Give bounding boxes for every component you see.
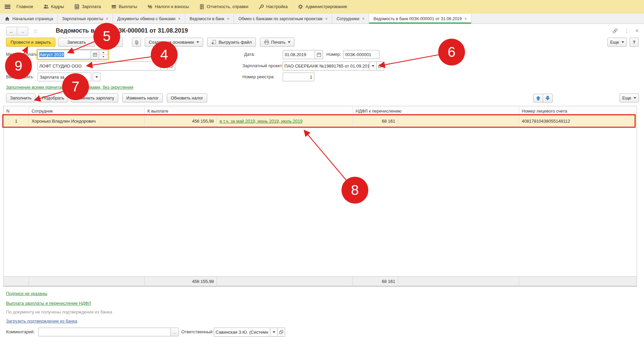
payment-settings-link[interactable]: Выплата зарплаты и перечисление НДФЛ [6, 301, 91, 306]
chevron-down-icon[interactable] [270, 328, 278, 337]
tab-home[interactable]: Начальная страница [0, 14, 58, 24]
load-confirmation-link[interactable]: Загрузить подтверждение из банка [6, 319, 77, 324]
annotation-circle-6: 6 [438, 39, 465, 66]
comment-more-button[interactable]: ... [170, 328, 179, 336]
menu-item-label: Главное [16, 4, 33, 9]
responsible-field[interactable]: Савинская З.Ю. (Системн [214, 328, 285, 337]
menu-item-nastroyka[interactable]: Настройка [259, 4, 288, 9]
export-file-button[interactable]: Выгрузить файл [207, 38, 256, 47]
organization-value: ЛОФТ СТУДИО ООО [39, 64, 82, 69]
pay-out-dropdown[interactable] [93, 73, 100, 81]
tab-label: Ведомости в банк [190, 16, 225, 21]
spinner-up-icon[interactable] [102, 52, 104, 53]
tab-vedomosti-v-bank[interactable]: Ведомости в банк × [185, 14, 234, 24]
col-header-employee[interactable]: Сотрудник [29, 106, 145, 116]
close-icon[interactable]: × [362, 16, 364, 21]
calculator-icon [74, 4, 80, 9]
close-icon[interactable]: × [227, 16, 229, 21]
menu-item-label: Настройка [266, 4, 288, 9]
help-button[interactable]: ? [630, 38, 639, 47]
cell-ndfl: 68 161 [353, 116, 398, 126]
tab-strip: Начальная страница Зарплатные проекты × … [0, 14, 644, 24]
table-row[interactable]: 1 Хоронько Владлен Исидорович 456 155,98… [4, 116, 637, 126]
registry-number-value: 1 [310, 75, 312, 80]
annotation-circle-9: 9 [5, 52, 32, 79]
more-menu-icon[interactable]: ⋮ [624, 28, 629, 34]
close-form-icon[interactable]: × [635, 28, 639, 34]
col-header-to-pay[interactable]: К выплате [145, 106, 353, 116]
open-icon[interactable] [377, 61, 384, 71]
col-header-account[interactable]: Номер лицевого счета [519, 106, 637, 116]
menu-item-zarplata[interactable]: Зарплата [74, 4, 101, 9]
post-and-close-button[interactable]: Провести и закрыть [6, 38, 55, 47]
menu-icon[interactable] [5, 4, 10, 9]
toolbar-right: Еще ? [607, 38, 639, 47]
update-tax-button[interactable]: Обновить налог [167, 93, 208, 102]
number-field[interactable]: 00ЗК-000001 [343, 50, 379, 59]
cell-months: в т.ч. за май 2019, июнь 2019, июль 2019 [217, 116, 353, 126]
responsible-value: Савинская З.Ю. (Системн [216, 330, 268, 335]
months-breakdown-link[interactable]: в т.ч. за май 2019, июнь 2019, июль 2019 [220, 119, 303, 124]
close-icon[interactable]: × [178, 16, 181, 21]
spinner-down-icon[interactable] [102, 56, 104, 57]
registry-number-field[interactable]: 1 [283, 73, 314, 81]
fill-button[interactable]: Заполнить [6, 93, 36, 102]
tab-dokumenty-obmena[interactable]: Документы обмена с банками × [113, 14, 185, 24]
tab-vedomost-document[interactable]: Ведомость в банк 00ЗК-000001 от 31.08.20… [369, 14, 471, 24]
comment-input[interactable] [38, 328, 175, 336]
menu-item-label: Выплаты [119, 4, 137, 9]
annotation-circle-4: 4 [151, 41, 178, 68]
salary-project-value: ПАО СБЕРБАНК №19891765 от 01.09.201 [284, 64, 369, 69]
calendar-icon[interactable] [315, 50, 323, 59]
tab-label: Сотрудники [336, 16, 359, 21]
wrench-icon [259, 4, 264, 9]
annotation-circle-5: 5 [93, 23, 120, 50]
tab-obmen-s-bankami[interactable]: Обмен с банками по зарплатным проектам × [234, 14, 332, 24]
annotation-circle-7: 7 [62, 73, 89, 100]
col-header-ndfl[interactable]: НДФЛ к перечислению [353, 106, 519, 116]
table-toolbar: Заполнить Подобрать Изменить зарплату Из… [6, 93, 207, 102]
salary-project-field[interactable]: ПАО СБЕРБАНК №19891765 от 01.09.201 [283, 61, 384, 71]
back-button[interactable]: ← [6, 27, 17, 36]
col-header-n[interactable]: N [4, 106, 29, 116]
tab-sotrudniki[interactable]: Сотрудники × [332, 14, 369, 24]
attach-button[interactable] [132, 38, 141, 47]
report-icon [199, 4, 204, 9]
more-button[interactable]: Еще [607, 38, 627, 47]
arrow-down-icon [545, 96, 550, 100]
menu-item-vyplaty[interactable]: Выплаты [111, 4, 137, 9]
move-up-button[interactable] [533, 94, 543, 102]
history-nav: ← → [6, 27, 28, 36]
get-link-icon[interactable] [612, 28, 618, 34]
favorite-star-icon[interactable]: ☆ [33, 28, 38, 35]
date-field[interactable]: 31.08.2019 [283, 50, 323, 59]
move-down-button[interactable] [543, 94, 553, 102]
print-button[interactable]: Печать [260, 38, 295, 47]
change-tax-button[interactable]: Изменить налог [122, 93, 163, 102]
menu-item-otchetnost[interactable]: Отчетность, справки [199, 4, 248, 9]
menu-item-administrirovanie[interactable]: Администрирование [298, 4, 347, 9]
menu-item-nalogi[interactable]: % Налоги и взносы [147, 4, 189, 9]
save-button[interactable]: Записать [58, 38, 95, 47]
table-header: N Сотрудник К выплате НДФЛ к перечислени… [4, 106, 637, 116]
signatures-link[interactable]: Подписи не указаны [6, 291, 47, 296]
menu-item-kadry[interactable]: Кадры [43, 4, 64, 9]
pick-button[interactable]: Подобрать [38, 93, 68, 102]
chevron-down-icon[interactable] [369, 61, 377, 71]
table-empty-area [4, 126, 637, 276]
chevron-down-icon [288, 41, 290, 43]
close-icon[interactable]: × [325, 16, 327, 21]
payment-month-field[interactable]: Август 2019 [38, 50, 108, 59]
open-icon[interactable] [278, 328, 285, 337]
tab-zarplatnye-proekty[interactable]: Зарплатные проекты × [58, 14, 113, 24]
close-icon[interactable]: × [464, 16, 467, 21]
month-spinner[interactable] [99, 50, 108, 59]
chevron-down-icon [622, 41, 624, 43]
menu-item-glavnoe[interactable]: Главное [16, 4, 33, 9]
home-icon [4, 16, 10, 22]
table-more-button[interactable]: Еще [619, 93, 639, 102]
forward-button[interactable]: → [17, 27, 28, 36]
annotation-circle-8: 8 [341, 177, 368, 204]
close-icon[interactable]: × [106, 16, 108, 21]
calendar-icon[interactable] [91, 50, 99, 59]
